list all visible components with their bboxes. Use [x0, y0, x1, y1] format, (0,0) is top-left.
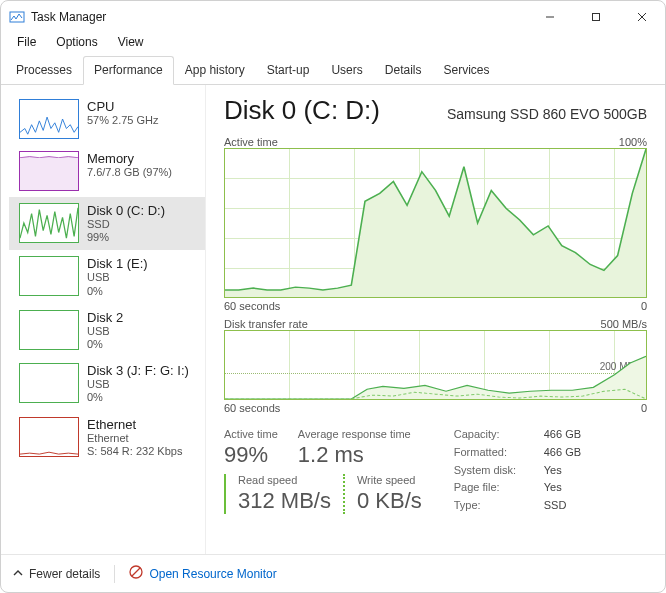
prop-formatted-v: 466 GB — [544, 446, 581, 461]
fewer-details-button[interactable]: Fewer details — [13, 567, 100, 581]
sidebar-sub: 57% 2.75 GHz — [87, 114, 159, 127]
transfer-rate-chart[interactable]: 200 MB/s — [224, 330, 647, 400]
chevron-up-icon — [13, 567, 23, 581]
chart2-label: Disk transfer rate — [224, 318, 308, 330]
write-speed-label: Write speed — [357, 474, 422, 486]
disk0-thumb — [19, 203, 79, 243]
avg-response-label: Average response time — [298, 428, 411, 440]
tab-performance[interactable]: Performance — [83, 56, 174, 85]
sidebar-item-ethernet[interactable]: Ethernet Ethernet S: 584 R: 232 Kbps — [9, 411, 205, 464]
read-speed-label: Read speed — [238, 474, 331, 486]
active-time-label: Active time — [224, 428, 278, 440]
sidebar-sub2: 0% — [87, 391, 189, 404]
sidebar-sub: Ethernet — [87, 432, 182, 445]
tab-bar: Processes Performance App history Start-… — [1, 55, 665, 85]
svg-marker-6 — [225, 149, 646, 297]
sidebar-label: Disk 0 (C: D:) — [87, 203, 165, 218]
prop-formatted-k: Formatted: — [454, 446, 544, 461]
sidebar-item-disk0[interactable]: Disk 0 (C: D:) SSD 99% — [9, 197, 205, 250]
tab-app-history[interactable]: App history — [174, 56, 256, 85]
prop-systemdisk-k: System disk: — [454, 464, 544, 479]
ethernet-thumb — [19, 417, 79, 457]
sidebar-sub: 7.6/7.8 GB (97%) — [87, 166, 172, 179]
disk3-thumb — [19, 363, 79, 403]
sidebar-sub: USB — [87, 325, 123, 338]
sidebar-sub2: 0% — [87, 285, 148, 298]
sidebar-sub2: S: 584 R: 232 Kbps — [87, 445, 182, 458]
svg-rect-5 — [20, 158, 78, 190]
sidebar-item-memory[interactable]: Memory 7.6/7.8 GB (97%) — [9, 145, 205, 197]
chart1-label: Active time — [224, 136, 278, 148]
sidebar-item-disk2[interactable]: Disk 2 USB 0% — [9, 304, 205, 357]
tab-services[interactable]: Services — [432, 56, 500, 85]
close-button[interactable] — [619, 1, 665, 33]
tab-users[interactable]: Users — [320, 56, 373, 85]
sidebar-sub: USB — [87, 271, 148, 284]
write-speed-value: 0 KB/s — [357, 488, 422, 514]
tab-details[interactable]: Details — [374, 56, 433, 85]
sidebar-item-cpu[interactable]: CPU 57% 2.75 GHz — [9, 93, 205, 145]
title-bar: Task Manager — [1, 1, 665, 33]
memory-thumb — [19, 151, 79, 191]
disk1-thumb — [19, 256, 79, 296]
footer-divider — [114, 565, 115, 583]
sidebar-label: Memory — [87, 151, 172, 166]
resmon-label: Open Resource Monitor — [149, 567, 276, 581]
prop-pagefile-k: Page file: — [454, 481, 544, 496]
disk-device: Samsung SSD 860 EVO 500GB — [447, 106, 647, 122]
sidebar-label: Ethernet — [87, 417, 182, 432]
minimize-button[interactable] — [527, 1, 573, 33]
prop-type-v: SSD — [544, 499, 581, 514]
open-resource-monitor-link[interactable]: Open Resource Monitor — [129, 565, 276, 582]
cpu-thumb — [19, 99, 79, 139]
tab-processes[interactable]: Processes — [5, 56, 83, 85]
disk2-thumb — [19, 310, 79, 350]
prop-capacity-v: 466 GB — [544, 428, 581, 443]
svg-marker-7 — [225, 356, 646, 399]
fewer-details-label: Fewer details — [29, 567, 100, 581]
chart1-max: 100% — [619, 136, 647, 148]
sidebar-sub2: 99% — [87, 231, 165, 244]
footer-bar: Fewer details Open Resource Monitor — [1, 554, 665, 592]
prop-type-k: Type: — [454, 499, 544, 514]
sidebar-sub2: 0% — [87, 338, 123, 351]
menu-view[interactable]: View — [110, 33, 152, 51]
sidebar-label: CPU — [87, 99, 159, 114]
chart1-xright: 0 — [641, 300, 647, 312]
sidebar-label: Disk 1 (E:) — [87, 256, 148, 271]
disk-properties: Capacity: 466 GB Formatted: 466 GB Syste… — [454, 428, 581, 514]
main-panel: Disk 0 (C: D:) Samsung SSD 860 EVO 500GB… — [206, 85, 665, 554]
prop-capacity-k: Capacity: — [454, 428, 544, 443]
prop-pagefile-v: Yes — [544, 481, 581, 496]
chart2-xleft: 60 seconds — [224, 402, 280, 414]
chart1-xleft: 60 seconds — [224, 300, 280, 312]
menu-bar: File Options View — [1, 33, 665, 55]
app-icon — [9, 9, 25, 25]
chart2-xright: 0 — [641, 402, 647, 414]
perf-sidebar[interactable]: CPU 57% 2.75 GHz Memory 7.6/7.8 GB (97%)… — [1, 85, 206, 554]
chart2-max: 500 MB/s — [601, 318, 647, 330]
avg-response-value: 1.2 ms — [298, 442, 411, 468]
sidebar-label: Disk 2 — [87, 310, 123, 325]
sidebar-item-disk1[interactable]: Disk 1 (E:) USB 0% — [9, 250, 205, 303]
menu-options[interactable]: Options — [48, 33, 105, 51]
maximize-button[interactable] — [573, 1, 619, 33]
active-time-value: 99% — [224, 442, 278, 468]
menu-file[interactable]: File — [9, 33, 44, 51]
svg-line-9 — [132, 568, 140, 576]
active-time-chart[interactable] — [224, 148, 647, 298]
sidebar-label: Disk 3 (J: F: G: I:) — [87, 363, 189, 378]
sidebar-sub: USB — [87, 378, 189, 391]
sidebar-item-disk3[interactable]: Disk 3 (J: F: G: I:) USB 0% — [9, 357, 205, 410]
prop-systemdisk-v: Yes — [544, 464, 581, 479]
svg-rect-2 — [593, 14, 600, 21]
disk-title: Disk 0 (C: D:) — [224, 95, 380, 126]
resmon-icon — [129, 565, 143, 582]
read-speed-value: 312 MB/s — [238, 488, 331, 514]
window-title: Task Manager — [31, 10, 106, 24]
sidebar-sub: SSD — [87, 218, 165, 231]
tab-startup[interactable]: Start-up — [256, 56, 321, 85]
